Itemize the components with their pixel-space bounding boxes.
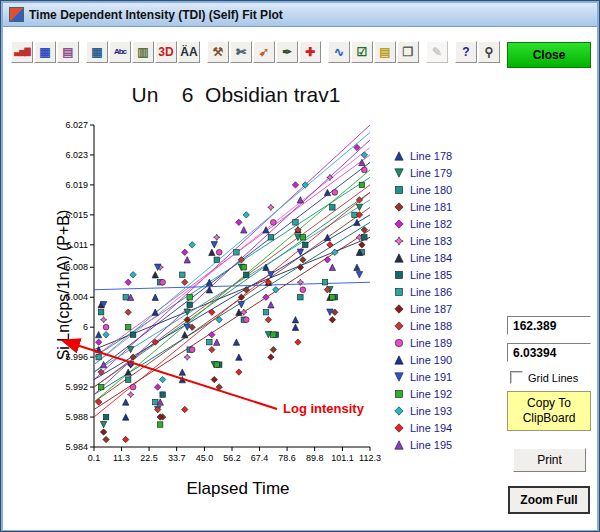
svg-text:101.1: 101.1 (331, 453, 354, 463)
plot-area[interactable]: 6.0276.0236.0196.0156.0116.0086.00465.99… (48, 117, 388, 479)
svg-text:33.7: 33.7 (168, 453, 186, 463)
hbar-chart-button[interactable]: ▤ (57, 41, 79, 63)
x-axis-label: Elapsed Time (103, 479, 373, 499)
svg-text:112.3: 112.3 (359, 453, 381, 463)
checklist-icon: ☑ (357, 46, 368, 58)
legend-marker-icon (393, 422, 405, 434)
legend-label: Line 190 (410, 354, 452, 366)
client-area: ▃▅▇▦▤▦Abc▥3DÄA⚒✄➹✒✚∿☑▤❐✎?⚲ Close Un 6 Ob… (3, 27, 597, 530)
dart-icon: ➹ (259, 46, 269, 58)
help-button[interactable]: ? (455, 41, 477, 63)
legend-label: Line 187 (410, 303, 452, 315)
legend-label: Line 194 (410, 422, 452, 434)
legend-item: Line 184 (393, 249, 452, 266)
dialog-window: Time Dependent Intensity (TDI) (Self) Fi… (0, 0, 600, 532)
legend-item: Line 189 (393, 334, 452, 351)
dart-button[interactable]: ➹ (253, 41, 275, 63)
column-chart-icon: ▃▅▇ (14, 48, 29, 56)
close-button[interactable]: Close (507, 42, 591, 68)
grid-icon: ▥ (137, 46, 148, 58)
legend-marker-icon (393, 303, 405, 315)
copy-page-icon: ❐ (403, 46, 414, 58)
legend-item: Line 185 (393, 266, 452, 283)
threed-button[interactable]: 3D (155, 41, 177, 63)
legend-marker-icon (393, 269, 405, 281)
legend-label: Line 189 (410, 337, 452, 349)
title-bar[interactable]: Time Dependent Intensity (TDI) (Self) Fi… (3, 3, 597, 27)
notepad-icon: ▤ (379, 46, 390, 58)
svg-text:6.004: 6.004 (65, 292, 88, 302)
hammer-button[interactable]: ⚒ (207, 41, 229, 63)
copy-button-line2: ClipBoard (523, 411, 576, 426)
svg-text:6.027: 6.027 (65, 120, 88, 130)
table-icon: ▦ (91, 46, 102, 58)
hammer-icon: ⚒ (213, 46, 224, 58)
svg-text:6: 6 (83, 322, 88, 332)
label-abc-button[interactable]: Abc (109, 41, 131, 63)
pen-button[interactable]: ✒ (276, 41, 298, 63)
legend-item: Line 179 (393, 164, 452, 181)
cutter-icon: ✄ (236, 46, 246, 58)
toolbar-separator (322, 42, 327, 62)
legend-marker-icon (393, 354, 405, 366)
table-button[interactable]: ▦ (86, 41, 108, 63)
cutter-button[interactable]: ✄ (230, 41, 252, 63)
legend-label: Line 192 (410, 388, 452, 400)
svg-text:0.1: 0.1 (88, 453, 101, 463)
cube-chart-button[interactable]: ▦ (34, 41, 56, 63)
toolbar-separator (420, 42, 425, 62)
legend-label: Line 178 (410, 150, 452, 162)
checklist-button[interactable]: ☑ (351, 41, 373, 63)
legend-item: Line 186 (393, 283, 452, 300)
legend-marker-icon (393, 388, 405, 400)
legend-item: Line 181 (393, 198, 452, 215)
wave-plot-icon: ∿ (334, 46, 344, 58)
chart-legend: Line 178Line 179Line 180Line 181Line 182… (393, 147, 452, 453)
hbar-chart-icon: ▤ (62, 46, 73, 58)
copy-page-button[interactable]: ❐ (397, 41, 419, 63)
toolbar-separator (449, 42, 454, 62)
copy-to-clipboard-button[interactable]: Copy To ClipBoard (507, 391, 591, 431)
readout-elapsed-value[interactable]: 162.389 (507, 316, 591, 335)
zoom-button[interactable]: ⚲ (478, 41, 500, 63)
legend-item: Line 183 (393, 232, 452, 249)
pen-icon: ✒ (282, 46, 292, 58)
grid-lines-label: Grid Lines (528, 372, 578, 384)
legend-item: Line 193 (393, 402, 452, 419)
readout-intensity-value[interactable]: 6.03394 (507, 343, 591, 362)
log-intensity-arrow (64, 341, 277, 409)
zoom-icon: ⚲ (485, 46, 494, 58)
legend-label: Line 185 (410, 269, 452, 281)
cube-chart-icon: ▦ (39, 46, 50, 58)
column-chart-button[interactable]: ▃▅▇ (11, 41, 33, 63)
grid-lines-checkbox[interactable] (510, 371, 523, 384)
rotate-font-button[interactable]: ÄA (178, 41, 200, 63)
legend-label: Line 188 (410, 320, 452, 332)
window-icon (9, 7, 24, 22)
svg-text:6.011: 6.011 (66, 240, 88, 250)
notepad-button[interactable]: ▤ (374, 41, 396, 63)
svg-text:89.8: 89.8 (306, 453, 324, 463)
svg-text:5.992: 5.992 (65, 382, 88, 392)
legend-item: Line 178 (393, 147, 452, 164)
svg-text:5.996: 5.996 (65, 352, 88, 362)
legend-label: Line 180 (410, 184, 452, 196)
legend-marker-icon (393, 320, 405, 332)
legend-label: Line 193 (410, 405, 452, 417)
wave-plot-button[interactable]: ∿ (328, 41, 350, 63)
toolbar-separator (80, 42, 85, 62)
legend-marker-icon (393, 405, 405, 417)
medical-cross-button[interactable]: ✚ (299, 41, 321, 63)
toolbar: ▃▅▇▦▤▦Abc▥3DÄA⚒✄➹✒✚∿☑▤❐✎?⚲ (11, 41, 500, 63)
log-intensity-annotation: Log intensity (283, 401, 365, 416)
svg-text:45.0: 45.0 (196, 453, 214, 463)
legend-label: Line 179 (410, 167, 452, 179)
zoom-full-button[interactable]: Zoom Full (508, 486, 590, 514)
legend-label: Line 195 (410, 439, 452, 451)
legend-marker-icon (393, 337, 405, 349)
grid-button[interactable]: ▥ (132, 41, 154, 63)
print-button[interactable]: Print (513, 448, 586, 472)
pencil-button[interactable]: ✎ (426, 41, 448, 63)
svg-text:5.988: 5.988 (65, 412, 88, 422)
legend-item: Line 192 (393, 385, 452, 402)
